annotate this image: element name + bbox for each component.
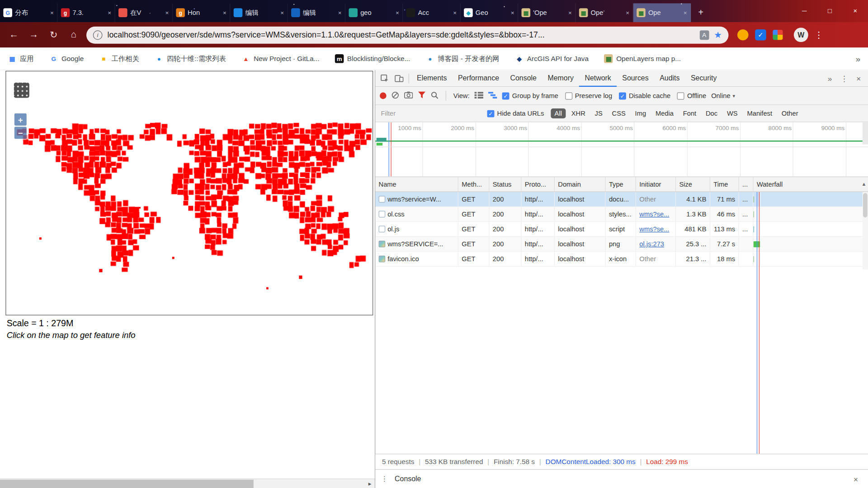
map-viewport[interactable]: + −: [5, 71, 373, 315]
bookmark-item[interactable]: ◆ ArcGIS API for Java: [515, 54, 589, 63]
bookmark-item[interactable]: m Blocklisting/Blocke...: [335, 54, 410, 63]
inspect-element-icon[interactable]: [377, 71, 392, 85]
resource-type-filter[interactable]: All: [551, 108, 566, 118]
column-header-time[interactable]: Time: [710, 177, 739, 192]
bookmark-item[interactable]: ● 博客园 - 开发者的网: [426, 54, 500, 63]
screenshot-camera-icon[interactable]: [404, 91, 413, 100]
devtools-tab[interactable]: Sources: [617, 70, 654, 87]
bookmark-star-icon[interactable]: ★: [714, 30, 722, 40]
drawer-close-icon[interactable]: ×: [849, 474, 862, 483]
window-maximize-button[interactable]: □: [817, 0, 842, 22]
layer-grid-button[interactable]: [14, 82, 29, 98]
browser-tab[interactable]: Acc ×: [403, 3, 460, 22]
clear-icon[interactable]: [392, 91, 399, 100]
browser-tab[interactable]: g Hon ×: [173, 3, 230, 22]
request-row[interactable]: wms?SERVICE=... GET 200 http/... localho…: [375, 237, 868, 252]
zoom-out-button[interactable]: −: [14, 127, 27, 139]
network-filter-input[interactable]: [381, 109, 480, 117]
browser-tab[interactable]: 在V ×: [115, 3, 173, 22]
network-option-checkbox[interactable]: Preserve log: [565, 92, 613, 99]
profile-avatar[interactable]: W: [794, 28, 808, 42]
resource-type-filter[interactable]: Other: [778, 108, 802, 118]
translate-icon[interactable]: A: [699, 30, 709, 40]
hide-data-urls-checkbox[interactable]: Hide data URLs: [487, 109, 544, 117]
address-bar-input[interactable]: i localhost:9090/geoserver/sde/wms?servi…: [86, 26, 728, 43]
extension-icon[interactable]: [737, 29, 748, 40]
bookmark-item[interactable]: ▦ 应用: [8, 54, 34, 63]
browser-tab[interactable]: ▦ Ope ×: [576, 3, 633, 22]
new-tab-button[interactable]: +: [693, 5, 708, 20]
initiator-link[interactable]: Other: [639, 192, 656, 206]
page-info-icon[interactable]: i: [93, 30, 103, 40]
request-row[interactable]: favicon.ico GET 200 http/... localhost x…: [375, 252, 868, 267]
browser-tab[interactable]: g 7.3. ×: [57, 3, 115, 22]
tab-close-icon[interactable]: ×: [280, 9, 284, 16]
window-minimize-button[interactable]: ─: [792, 0, 817, 22]
request-row[interactable]: ol.css GET 200 http/... localhost styles…: [375, 207, 868, 222]
more-tabs-icon[interactable]: »: [823, 71, 837, 85]
bookmark-item[interactable]: G Google: [49, 54, 84, 63]
column-header-status[interactable]: Status: [489, 177, 521, 192]
initiator-link[interactable]: ol.js:273: [639, 237, 664, 251]
show-overview-icon[interactable]: [488, 92, 497, 100]
devtools-tab[interactable]: Audits: [654, 70, 685, 87]
tab-close-icon[interactable]: ×: [396, 9, 399, 16]
resource-type-filter[interactable]: JS: [591, 108, 606, 118]
resource-type-filter[interactable]: CSS: [608, 108, 629, 118]
browser-tab[interactable]: ▦ Ope ×: [633, 3, 691, 22]
request-row[interactable]: ol.js GET 200 http/... localhost script …: [375, 222, 868, 237]
column-header-overflow[interactable]: ...: [739, 177, 754, 192]
tab-close-icon[interactable]: ×: [626, 9, 629, 16]
devtools-close-icon[interactable]: ×: [851, 71, 866, 85]
filter-funnel-icon[interactable]: [418, 91, 425, 100]
initiator-link[interactable]: wms?se...: [639, 222, 669, 236]
bookmark-item[interactable]: ▲ New Project · GitLa...: [241, 54, 319, 63]
tab-close-icon[interactable]: ×: [50, 9, 54, 16]
large-rows-view-icon[interactable]: [475, 92, 484, 100]
drawer-menu-icon[interactable]: ⋮: [381, 475, 388, 483]
column-header-size[interactable]: Size: [676, 177, 710, 192]
column-header-method[interactable]: Meth...: [458, 177, 490, 192]
browser-tab[interactable]: geo ×: [345, 3, 403, 22]
bookmark-item[interactable]: ■ 工作相关: [99, 54, 139, 63]
tab-close-icon[interactable]: ×: [165, 9, 169, 16]
network-option-checkbox[interactable]: Offline: [677, 92, 706, 99]
console-drawer-label[interactable]: Console: [395, 475, 421, 483]
back-button[interactable]: ←: [5, 27, 22, 43]
tab-close-icon[interactable]: ×: [453, 9, 457, 16]
bookmark-item[interactable]: ● 四轮十维::需求列表: [155, 54, 226, 63]
window-close-button[interactable]: ×: [843, 0, 868, 22]
table-scrollbar[interactable]: [863, 192, 868, 269]
resource-type-filter[interactable]: Font: [679, 108, 700, 118]
bookmarks-overflow-icon[interactable]: »: [856, 54, 860, 63]
devtools-tab[interactable]: Security: [685, 70, 722, 87]
devtools-tab[interactable]: Network: [579, 70, 617, 87]
resource-type-filter[interactable]: Doc: [702, 108, 721, 118]
tab-close-icon[interactable]: ×: [338, 9, 342, 16]
device-toolbar-icon[interactable]: [392, 71, 406, 85]
column-header-initiator[interactable]: Initiator: [636, 177, 676, 192]
bookmark-item[interactable]: ▦ OpenLayers map p...: [604, 54, 681, 63]
browser-tab[interactable]: 编辑 ×: [230, 3, 288, 22]
tab-close-icon[interactable]: ×: [108, 9, 111, 16]
overview-scrollbar[interactable]: [863, 122, 868, 145]
initiator-link[interactable]: Other: [639, 252, 656, 266]
extension-grid-icon[interactable]: [773, 30, 783, 40]
resource-type-filter[interactable]: Img: [631, 108, 650, 118]
search-icon[interactable]: [431, 91, 439, 100]
devtools-tab[interactable]: Performance: [453, 70, 505, 87]
column-header-type[interactable]: Type: [606, 177, 636, 192]
column-header-waterfall[interactable]: Waterfall ▲: [754, 177, 868, 192]
reload-button[interactable]: ↻: [45, 27, 62, 43]
resource-type-filter[interactable]: Manifest: [743, 108, 776, 118]
extension-shield-icon[interactable]: ✓: [755, 29, 766, 40]
home-button[interactable]: ⌂: [65, 27, 82, 43]
record-icon[interactable]: [380, 92, 387, 99]
resource-type-filter[interactable]: WS: [723, 108, 741, 118]
browser-tab[interactable]: 编辑 ×: [288, 3, 345, 22]
devtools-tab[interactable]: Elements: [411, 70, 453, 87]
forward-button[interactable]: →: [25, 27, 42, 43]
horizontal-scrollbar[interactable]: ▸: [0, 479, 375, 488]
network-option-checkbox[interactable]: Group by frame: [502, 92, 558, 99]
browser-tab[interactable]: ▦ 'Ope ×: [518, 3, 576, 22]
